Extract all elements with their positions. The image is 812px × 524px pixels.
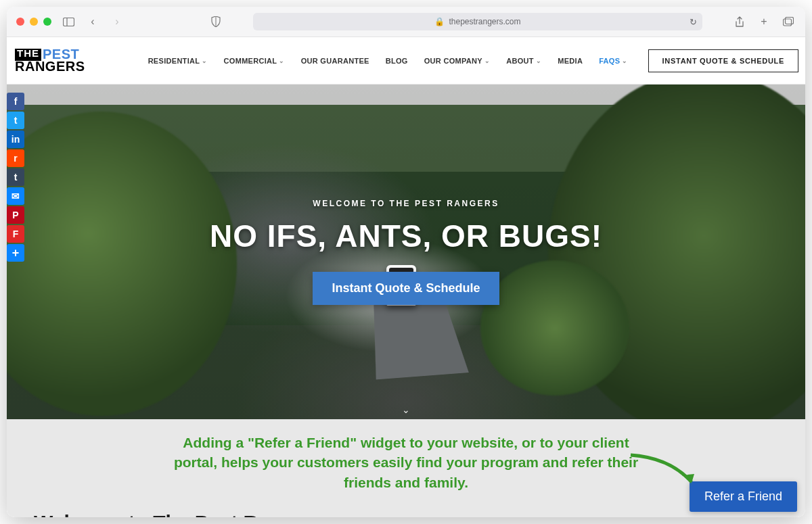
social-pinterest-icon[interactable]: P <box>7 206 24 224</box>
hero-pretitle: WELCOME TO THE PEST RANGERS <box>313 199 499 208</box>
share-icon[interactable] <box>732 14 747 29</box>
nav-item-media[interactable]: MEDIA <box>558 57 583 65</box>
svg-rect-0 <box>63 18 74 26</box>
social-facebook-icon[interactable]: f <box>7 93 24 110</box>
section-title: Welcome to The Pest Rangers <box>34 511 778 517</box>
annotation-text: Adding a "Refer a Friend" widget to your… <box>162 433 650 492</box>
browser-toolbar: ‹ › 🔒 thepestrangers.com ↻ + <box>7 7 805 37</box>
social-twitter-icon[interactable]: t <box>7 112 24 129</box>
chevron-down-icon: ⌄ <box>279 57 284 64</box>
logo-rangers: RANGERS <box>15 61 85 73</box>
hero-tree <box>7 112 237 416</box>
nav-item-about[interactable]: ABOUT⌄ <box>506 57 541 65</box>
social-share-icon[interactable]: + <box>7 244 24 262</box>
svg-rect-2 <box>784 19 792 26</box>
hero-section: WELCOME TO THE PEST RANGERS NO IFS, ANTS… <box>7 85 805 419</box>
browser-window: ‹ › 🔒 thepestrangers.com ↻ + THE PEST <box>7 7 805 517</box>
tabs-overview-icon[interactable] <box>781 14 796 29</box>
refresh-icon[interactable]: ↻ <box>690 17 697 27</box>
nav-menu: RESIDENTIAL⌄COMMERCIAL⌄OUR GUARANTEEBLOG… <box>148 57 628 65</box>
social-flipboard-icon[interactable]: F <box>7 225 24 243</box>
refer-a-friend-button[interactable]: Refer a Friend <box>690 481 797 512</box>
instant-quote-button[interactable]: INSTANT QUOTE & SCHEDULE <box>648 49 798 72</box>
nav-item-commercial[interactable]: COMMERCIAL⌄ <box>224 57 285 65</box>
chevron-down-icon: ⌄ <box>202 57 207 64</box>
lock-icon: 🔒 <box>434 17 445 26</box>
site-logo[interactable]: THE PEST RANGERS <box>15 49 85 72</box>
minimize-window-button[interactable] <box>30 18 38 26</box>
hero-headline: NO IFS, ANTS, OR BUGS! <box>210 218 602 254</box>
nav-item-faqs[interactable]: FAQS⌄ <box>599 57 627 65</box>
shield-icon[interactable] <box>208 14 223 29</box>
hero-cta-button[interactable]: Instant Quote & Schedule <box>313 272 499 305</box>
below-fold: Adding a "Refer a Friend" widget to your… <box>7 419 805 517</box>
url-text: thepestrangers.com <box>449 17 520 26</box>
social-email-icon[interactable]: ✉ <box>7 187 24 205</box>
traffic-lights <box>16 18 51 26</box>
back-button[interactable]: ‹ <box>85 14 100 29</box>
chevron-down-icon: ⌄ <box>484 57 490 64</box>
nav-item-our-company[interactable]: OUR COMPANY⌄ <box>424 57 491 65</box>
sidebar-toggle-icon[interactable] <box>61 14 76 29</box>
forward-button[interactable]: › <box>110 14 125 29</box>
site-header: THE PEST RANGERS RESIDENTIAL⌄COMMERCIAL⌄… <box>7 37 805 85</box>
social-tumblr-icon[interactable]: t <box>7 168 24 186</box>
new-tab-icon[interactable]: + <box>757 14 771 29</box>
nav-item-our-guarantee[interactable]: OUR GUARANTEE <box>301 57 369 65</box>
maximize-window-button[interactable] <box>43 18 51 26</box>
scroll-down-icon[interactable]: ⌄ <box>402 404 410 415</box>
page-content: THE PEST RANGERS RESIDENTIAL⌄COMMERCIAL⌄… <box>7 37 805 517</box>
close-window-button[interactable] <box>16 18 24 26</box>
nav-item-residential[interactable]: RESIDENTIAL⌄ <box>148 57 208 65</box>
svg-rect-3 <box>786 18 794 24</box>
address-bar[interactable]: 🔒 thepestrangers.com ↻ <box>253 13 702 30</box>
nav-item-blog[interactable]: BLOG <box>386 57 408 65</box>
annotation-arrow-icon <box>629 452 704 494</box>
social-reddit-icon[interactable]: r <box>7 149 24 167</box>
chevron-down-icon: ⌄ <box>536 57 541 64</box>
social-share-bar: ftinrt✉PF+ <box>7 93 24 262</box>
hero-tree <box>480 260 629 396</box>
chevron-down-icon: ⌄ <box>622 57 627 64</box>
social-linkedin-icon[interactable]: in <box>7 130 24 148</box>
